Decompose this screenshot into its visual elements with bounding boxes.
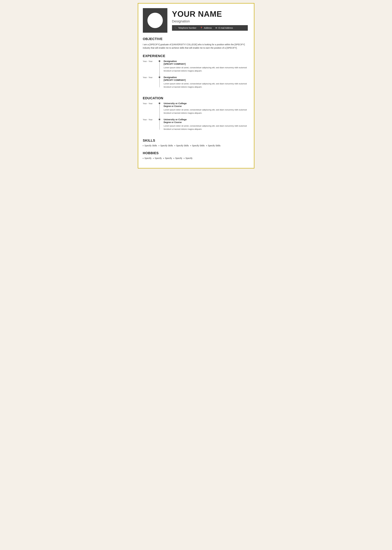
education-timeline: Year - Year University or College Degree… [143,102,248,134]
table-row: Year - Year Designation [SPECIFY COMPANY… [143,76,248,89]
photo-box [143,8,167,33]
table-row: Year - Year University or College Degree… [143,102,248,115]
hobbies-title: HOBBIES [143,151,248,155]
resume-page: YOUR NAME Designation 📞 Telephone Number… [138,3,254,168]
objective-section: OBJECTIVE I am a [SPECIFY] graduate of [… [143,37,248,50]
list-item: Specify Skills [159,144,173,147]
list-item: Specify Skills [143,144,157,147]
photo-circle [147,13,163,28]
list-item: Specify [153,157,162,159]
email-icon: ✉ [215,27,217,29]
objective-title: OBJECTIVE [143,37,248,41]
edu-university-2: University or College [164,118,248,121]
contact-address: 📍 Address [200,27,212,29]
exp-vline [159,61,160,87]
skills-list: Specify Skills Specify Skills Specify Sk… [143,144,248,147]
list-item: Specify Skills [206,144,220,147]
table-row: Year - Year Designation [SPECIFY COMPANY… [143,60,248,73]
edu-desc-2: Lorem ipsum dolor sit amet, consectetuer… [164,125,248,131]
address-label: Address [204,27,212,29]
resume-designation: Designation [172,19,248,23]
edu-body-2: University or College Degree or Course L… [164,118,248,131]
education-title: EDUCATION [143,96,248,100]
name-area: YOUR NAME Designation 📞 Telephone Number… [172,8,248,33]
edu-year-1: Year - Year [143,102,158,105]
objective-text: I am a [SPECIFY] graduate of [UNIVERSITY… [143,43,248,50]
phone-label: Telephone Number [178,27,196,29]
exp-body-2: Designation [SPECIFY COMPANY] Lorem ipsu… [164,76,248,89]
resume-name: YOUR NAME [172,10,248,18]
contact-email: ✉ E-mail Address [215,27,233,29]
table-row: Year - Year University or College Degree… [143,118,248,131]
header-section: YOUR NAME Designation 📞 Telephone Number… [138,4,254,33]
contact-phone: 📞 Telephone Number [175,27,196,29]
exp-desc-2: Lorem ipsum dolor sit amet, consectetuer… [164,82,248,89]
exp-designation-2: Designation [164,76,248,78]
skills-title: SKILLS [143,139,248,143]
edu-university-1: University or College [164,102,248,105]
exp-items: Year - Year Designation [SPECIFY COMPANY… [143,60,248,92]
exp-body-1: Designation [SPECIFY COMPANY] Lorem ipsu… [164,60,248,73]
hobbies-section: HOBBIES Specify Specify Specify Specify … [143,151,248,159]
edu-body-1: University or College Degree or Course L… [164,102,248,115]
list-item: Specify [174,157,182,159]
education-section: EDUCATION Year - Year University or Coll… [143,96,248,134]
edu-items: Year - Year University or College Degree… [143,102,248,134]
contact-bar: 📞 Telephone Number 📍 Address ✉ E-mail Ad… [172,25,248,31]
skills-section: SKILLS Specify Skills Specify Skills Spe… [143,139,248,147]
exp-company-1: [SPECIFY COMPANY] [164,63,248,65]
edu-desc-1: Lorem ipsum dolor sit amet, consectetuer… [164,108,248,115]
list-item: Specify [143,157,152,159]
experience-timeline: Year - Year Designation [SPECIFY COMPANY… [143,60,248,92]
hobbies-list: Specify Specify Specify Specify Specify [143,157,248,159]
list-item: Specify [184,157,193,159]
exp-designation-1: Designation [164,60,248,63]
main-content: OBJECTIVE I am a [SPECIFY] graduate of [… [138,33,254,168]
experience-section: EXPERIENCE Year - Year Designation [SPEC… [143,54,248,92]
exp-year-2: Year - Year [143,76,158,78]
exp-company-2: [SPECIFY COMPANY] [164,79,248,81]
list-item: Specify [163,157,172,159]
edu-vline [159,103,160,130]
exp-year-1: Year - Year [143,60,158,63]
phone-icon: 📞 [175,27,177,29]
experience-title: EXPERIENCE [143,54,248,58]
edu-degree-1: Degree or Course [164,105,248,107]
address-icon: 📍 [200,27,203,29]
edu-year-2: Year - Year [143,118,158,121]
list-item: Specify Skills [175,144,189,147]
list-item: Specify Skills [190,144,204,147]
exp-desc-1: Lorem ipsum dolor sit amet, consectetuer… [164,66,248,73]
edu-degree-2: Degree or Course [164,121,248,124]
email-label: E-mail Address [218,27,233,29]
